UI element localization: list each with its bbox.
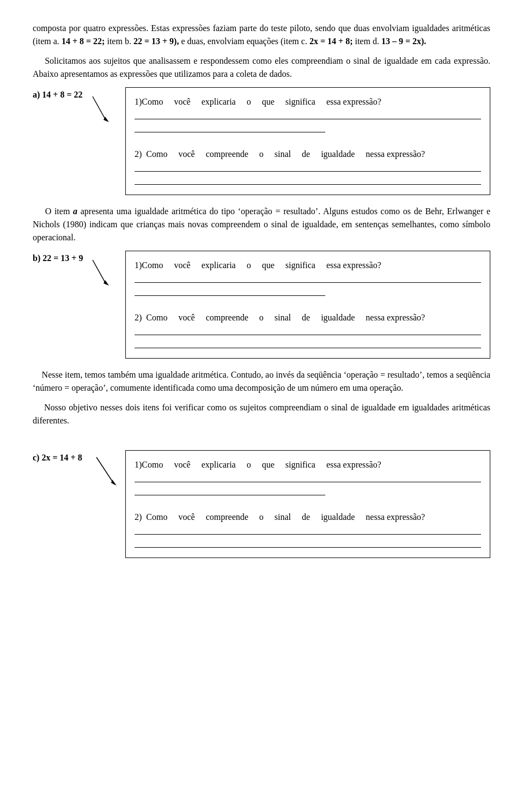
item-a-arrow	[90, 94, 112, 124]
item-a-row: a) 14 + 8 = 22 1)Como você explicaria o …	[33, 87, 490, 195]
after-b-paragraph-1: Nesse item, temos também uma igualdade a…	[33, 368, 490, 395]
svg-line-0	[93, 96, 106, 121]
svg-line-2	[93, 260, 106, 284]
item-c-q2: 2) Como você compreende o sinal de igual…	[135, 511, 481, 548]
item-b-q1: 1)Como você explicaria o que significa e…	[135, 259, 481, 296]
item-b-q2: 2) Como você compreende o sinal de igual…	[135, 311, 481, 348]
page-content: composta por quatro expressões. Estas ex…	[33, 22, 490, 558]
item-b-row: b) 22 = 13 + 9 1)Como você explicaria o …	[33, 251, 490, 359]
item-b-arrow	[90, 257, 112, 287]
svg-line-4	[96, 457, 114, 484]
svg-marker-5	[111, 480, 117, 486]
item-b-box: 1)Como você explicaria o que significa e…	[125, 251, 490, 359]
item-a-box: 1)Como você explicaria o que significa e…	[125, 87, 490, 195]
item-a-q1: 1)Como você explicaria o que significa e…	[135, 95, 481, 132]
item-c-q1: 1)Como você explicaria o que significa e…	[135, 458, 481, 495]
item-c-label: c) 2x = 14 + 8	[33, 451, 104, 464]
intro-paragraph-2: Solicitamos aos sujeitos que analisassem…	[33, 54, 490, 81]
item-c-row: c) 2x = 14 + 8 1)Como você explicaria o …	[33, 450, 490, 558]
item-a-label: a) 14 + 8 = 22	[33, 88, 104, 101]
after-a-paragraph: O item a apresenta uma igualdade aritmét…	[33, 205, 490, 244]
after-b-paragraph-2: Nosso objetivo nesses dois itens foi ver…	[33, 401, 490, 427]
item-c-arrow	[94, 455, 118, 487]
item-b-label: b) 22 = 13 + 9	[33, 252, 104, 265]
item-a-q2: 2) Como você compreende o sinal de igual…	[135, 148, 481, 185]
item-c-box: 1)Como você explicaria o que significa e…	[125, 450, 490, 558]
intro-paragraph-1: composta por quatro expressões. Estas ex…	[33, 22, 490, 48]
